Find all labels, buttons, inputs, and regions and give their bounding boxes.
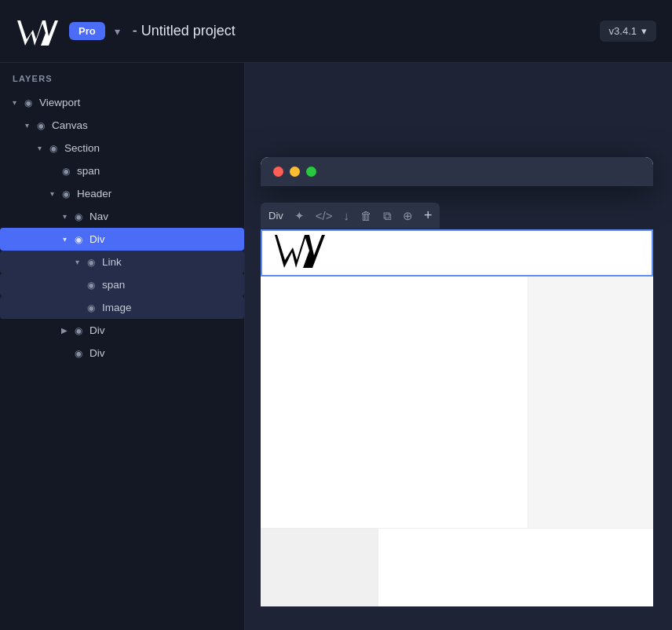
layer-item-span2[interactable]: ◉ span: [0, 273, 244, 296]
logo: [16, 16, 60, 47]
layer-label: Div: [89, 347, 105, 359]
canvas-bottom-left: [261, 529, 378, 606]
version-chevron-icon: ▾: [641, 25, 647, 37]
project-title: - Untitled project: [133, 23, 236, 39]
layer-label: Div: [89, 324, 105, 336]
chevron-right-icon: ▶: [60, 326, 69, 335]
layers-sidebar: LAYERS ▾ ◉ Viewport ▾ ◉ Canvas ▾ ◉ Secti…: [0, 63, 245, 630]
chevron-down-icon: ▾: [72, 258, 82, 266]
chevron-down-icon: ▾: [60, 235, 69, 244]
eye-icon: ◉: [85, 280, 97, 291]
layers-list: ▾ ◉ Viewport ▾ ◉ Canvas ▾ ◉ Section ◉ sp…: [0, 91, 244, 380]
pro-badge[interactable]: Pro: [69, 22, 105, 40]
eye-icon: ◉: [60, 166, 72, 177]
layer-item-div-active[interactable]: ▾ ◉ Div: [0, 228, 244, 251]
layer-label: Section: [64, 142, 100, 154]
canvas-logo-svg: [275, 233, 325, 268]
canvas-body-main: [261, 277, 528, 528]
layer-label: Viewport: [39, 97, 80, 108]
browser-dot-red[interactable]: [273, 167, 283, 177]
chevron-down-icon: ▾: [47, 189, 57, 198]
chevron-down-icon: ▾: [60, 212, 69, 221]
layer-item-link[interactable]: ▾ ◉ Link: [0, 251, 244, 273]
eye-icon: ◉: [72, 325, 85, 336]
duplicate-icon[interactable]: ⧉: [383, 209, 392, 223]
layer-label: span: [77, 165, 100, 177]
canvas-bottom-right: [378, 529, 653, 606]
eye-icon: ◉: [85, 257, 97, 268]
browser-window: [261, 157, 653, 186]
topbar: Pro ▾ - Untitled project v3.4.1 ▾: [0, 0, 672, 63]
layer-item-div2[interactable]: ▶ ◉ Div: [0, 319, 244, 342]
layer-label: Nav: [89, 211, 108, 222]
layer-label: Canvas: [52, 119, 88, 131]
layer-item-canvas[interactable]: ▾ ◉ Canvas: [0, 114, 244, 137]
arrow-down-icon[interactable]: ↓: [343, 209, 349, 222]
main-layout: LAYERS ▾ ◉ Viewport ▾ ◉ Canvas ▾ ◉ Secti…: [0, 63, 672, 630]
layer-label: Image: [102, 302, 132, 313]
version-selector[interactable]: v3.4.1 ▾: [600, 20, 656, 42]
browser-dot-yellow[interactable]: [290, 167, 300, 177]
layer-item-header[interactable]: ▾ ◉ Header: [0, 182, 244, 205]
version-label: v3.4.1: [609, 25, 637, 37]
trash-icon[interactable]: 🗑: [360, 209, 372, 222]
component-icon[interactable]: ⊕: [403, 209, 413, 223]
canvas-bottom: [261, 528, 653, 606]
eye-icon: ◉: [60, 189, 72, 200]
browser-toolbar: [261, 157, 653, 186]
layer-item-viewport[interactable]: ▾ ◉ Viewport: [0, 91, 244, 114]
canvas-logo: [275, 233, 325, 273]
logo-icon: [17, 17, 58, 46]
chevron-down-icon: ▾: [9, 98, 19, 107]
eye-icon: ◉: [72, 234, 85, 245]
element-toolbar: Div ✦ </> ↓ 🗑 ⧉ ⊕ +: [261, 203, 440, 229]
layer-item-nav[interactable]: ▾ ◉ Nav: [0, 205, 244, 228]
layer-item-div3[interactable]: ◉ Div: [0, 342, 244, 364]
chevron-down-icon: ▾: [22, 121, 31, 130]
layer-item-image[interactable]: ◉ Image: [0, 296, 244, 319]
layer-label: Link: [102, 256, 122, 268]
add-element-button[interactable]: +: [424, 207, 433, 224]
canvas-content: [261, 229, 653, 606]
canvas-area: Div ✦ </> ↓ 🗑 ⧉ ⊕ +: [245, 63, 672, 630]
code-icon[interactable]: </>: [316, 209, 333, 222]
eye-icon: ◉: [72, 348, 85, 359]
eye-icon: ◉: [47, 143, 60, 154]
layer-item-span1[interactable]: ◉ span: [0, 159, 244, 182]
layers-header: LAYERS: [0, 63, 244, 91]
eye-icon: ◉: [85, 302, 97, 313]
layer-item-section[interactable]: ▾ ◉ Section: [0, 137, 244, 159]
chevron-down-icon: ▾: [35, 144, 44, 152]
canvas-body: [261, 277, 653, 528]
drag-icon[interactable]: ✦: [294, 209, 305, 223]
layer-label: Div: [89, 233, 105, 245]
layer-label: span: [102, 279, 125, 291]
eye-icon: ◉: [22, 97, 35, 108]
element-type-label: Div: [268, 210, 283, 222]
browser-dot-green[interactable]: [306, 167, 316, 177]
account-chevron-icon[interactable]: ▾: [115, 25, 120, 38]
eye-icon: ◉: [72, 211, 85, 222]
layer-label: Header: [77, 188, 111, 200]
eye-icon: ◉: [35, 120, 47, 131]
canvas-header: [261, 229, 653, 277]
canvas-body-side: [528, 277, 653, 528]
